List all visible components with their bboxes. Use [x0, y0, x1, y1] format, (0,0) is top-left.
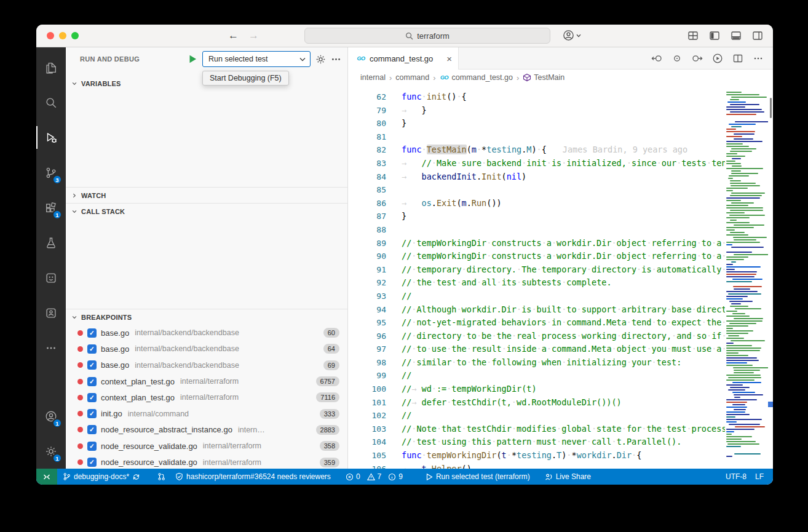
breakpoint-row[interactable]: ✓node_resource_validate.gointernal/terra… [66, 454, 347, 469]
section-breakpoints[interactable]: BREAKPOINTS [66, 309, 347, 325]
section-call-stack[interactable]: CALL STACK [66, 203, 347, 220]
code-line[interactable]: 89//·tempWorkingDir·constructs·a·workdir… [348, 237, 773, 250]
line-number[interactable]: 103 [348, 423, 386, 436]
code-line[interactable]: 96//·directory·to·be·the·real·process·wo… [348, 330, 773, 343]
code-line[interactable]: 99// [348, 369, 773, 383]
eol-status[interactable]: LF [751, 472, 768, 481]
breakpoint-row[interactable]: ✓context_plan_test.gointernal/terraform6… [66, 373, 347, 389]
section-watch[interactable]: WATCH [66, 187, 347, 204]
line-number[interactable]: 88 [348, 223, 386, 237]
code-line[interactable]: 82func·TestMain(m·*testing.M)·{James Bar… [348, 143, 773, 157]
code-line[interactable]: 97//·to·use·the·result·inside·a·command.… [348, 343, 773, 356]
activity-item-extensions[interactable]: 1 [36, 190, 66, 225]
code-line[interactable]: 92//·the·test·and·all·its·subtests·compl… [348, 276, 773, 290]
activity-item-source-control[interactable]: 3 [36, 155, 66, 190]
breakpoint-checkbox[interactable]: ✓ [87, 328, 97, 338]
line-number[interactable]: 101 [348, 396, 386, 410]
toggle-secondary-sidebar-button[interactable] [752, 30, 763, 41]
code-line[interactable]: 98//·similar·to·the·following·when·initi… [348, 356, 773, 370]
activity-item-settings[interactable]: 1 [36, 434, 66, 469]
code-line[interactable]: 104//·test·using·this·pattern·must·never… [348, 435, 773, 449]
live-share-status[interactable]: Live Share [541, 469, 595, 485]
line-number[interactable]: 102 [348, 409, 386, 423]
run-task-status[interactable]: Run selected test (terraform) [421, 469, 534, 485]
code-line[interactable]: 81 [348, 130, 773, 144]
activity-item-search[interactable] [36, 85, 66, 120]
activity-item-extension-1[interactable] [36, 260, 66, 295]
breadcrumb-item-file[interactable]: GO command_test.go [440, 73, 513, 82]
activity-item-accounts[interactable]: 1 [36, 399, 66, 434]
code-line[interactable]: 93// [348, 290, 773, 303]
minimize-window-button[interactable] [59, 32, 66, 39]
breakpoint-row[interactable]: ✓node_resource_abstract_instance.gointer… [66, 422, 347, 438]
activity-item-more[interactable] [36, 330, 66, 365]
code-line[interactable]: 62func·init()·{ [348, 90, 773, 104]
code-line[interactable]: 106→ t.Helper() [348, 463, 773, 469]
breakpoint-checkbox[interactable]: ✓ [87, 360, 97, 370]
more-actions-icon[interactable] [753, 53, 764, 64]
changes-icon[interactable] [671, 53, 683, 64]
line-number[interactable]: 99 [348, 369, 386, 383]
line-number[interactable]: 85 [348, 183, 386, 197]
debug-settings-gear-button[interactable] [315, 54, 326, 65]
history-forward-button[interactable]: → [248, 30, 259, 42]
run-or-debug-icon[interactable] [712, 53, 723, 64]
line-number[interactable]: 92 [348, 276, 386, 290]
command-center-search[interactable]: terraform [304, 28, 550, 44]
code-line[interactable]: 80} [348, 117, 773, 130]
line-number[interactable]: 80 [348, 117, 386, 130]
repo-review-status[interactable]: hashicorp/terraform#36524 needs reviewer… [171, 469, 335, 485]
pull-request-status[interactable] [153, 469, 170, 485]
code-line[interactable]: 94//·Although·workdir.Dir·is·built·to·su… [348, 303, 773, 317]
code-line[interactable]: 101//→ defer·testChdir(t,·wd.RootModuleD… [348, 396, 773, 410]
code-line[interactable]: 103//·Note·that·testChdir·modifies·globa… [348, 423, 773, 436]
breakpoint-row[interactable]: ✓base.gointernal/backend/backendbase60 [66, 325, 347, 341]
code-line[interactable]: 91//·temporary·directory.·The·temporary·… [348, 263, 773, 277]
encoding-status[interactable]: UTF-8 [721, 472, 751, 481]
line-number[interactable]: 98 [348, 356, 386, 370]
breakpoint-checkbox[interactable]: ✓ [87, 458, 97, 467]
previous-change-icon[interactable] [651, 53, 662, 64]
line-number[interactable]: 95 [348, 316, 386, 330]
code-line[interactable]: 87} [348, 210, 773, 223]
tab-command-test-go[interactable]: GO command_test.go × [348, 47, 459, 69]
code-line[interactable]: 88 [348, 223, 773, 237]
breakpoint-row[interactable]: ✓base.gointernal/backend/backendbase64 [66, 341, 347, 357]
history-back-button[interactable]: ← [228, 30, 239, 42]
line-number[interactable]: 89 [348, 237, 386, 250]
breakpoint-checkbox[interactable]: ✓ [87, 377, 97, 386]
customize-layout-button[interactable] [687, 30, 699, 41]
zoom-window-button[interactable] [71, 32, 79, 39]
line-number[interactable]: 82 [348, 143, 386, 157]
line-number[interactable]: 105 [348, 449, 386, 463]
breakpoint-row[interactable]: ✓init.gointernal/command333 [66, 405, 347, 421]
breakpoint-checkbox[interactable]: ✓ [87, 344, 97, 354]
breakpoint-checkbox[interactable]: ✓ [87, 393, 97, 402]
breakpoint-row[interactable]: ✓context_plan_test.gointernal/terraform7… [66, 389, 347, 405]
code-editor[interactable]: 62func·init()·{79→ }80}8182func·TestMain… [348, 85, 773, 469]
line-number[interactable]: 100 [348, 383, 386, 396]
code-line[interactable]: 105func·tempWorkingDir(t·*testing.T)·*wo… [348, 449, 773, 463]
branch-status[interactable]: debugging-docs* [58, 469, 145, 485]
debug-more-actions-button[interactable] [331, 54, 341, 65]
line-number[interactable]: 96 [348, 330, 386, 343]
code-line[interactable]: 102// [348, 409, 773, 423]
close-window-button[interactable] [47, 32, 54, 39]
code-line[interactable]: 84→ backendInit.Init(nil) [348, 170, 773, 184]
breakpoint-checkbox[interactable]: ✓ [87, 425, 97, 434]
breakpoint-checkbox[interactable]: ✓ [87, 409, 97, 418]
activity-item-run-and-debug[interactable] [36, 120, 66, 155]
breakpoint-checkbox[interactable]: ✓ [87, 442, 97, 451]
breakpoint-row[interactable]: ✓base.gointernal/backend/backendbase69 [66, 357, 347, 373]
breadcrumb-item-internal[interactable]: internal [360, 73, 386, 82]
next-change-icon[interactable] [692, 53, 703, 64]
line-number[interactable]: 94 [348, 303, 386, 317]
code-line[interactable]: 86→ os.Exit(m.Run()) [348, 197, 773, 210]
scrollbar-thumb[interactable] [770, 98, 772, 118]
line-number[interactable]: 62 [348, 90, 386, 104]
code-line[interactable]: 79→ } [348, 104, 773, 117]
toggle-panel-button[interactable] [731, 30, 742, 41]
remote-indicator[interactable] [36, 469, 57, 485]
code-line[interactable]: 100//→ wd·:=·tempWorkingDir(t) [348, 383, 773, 396]
line-number[interactable]: 93 [348, 290, 386, 303]
